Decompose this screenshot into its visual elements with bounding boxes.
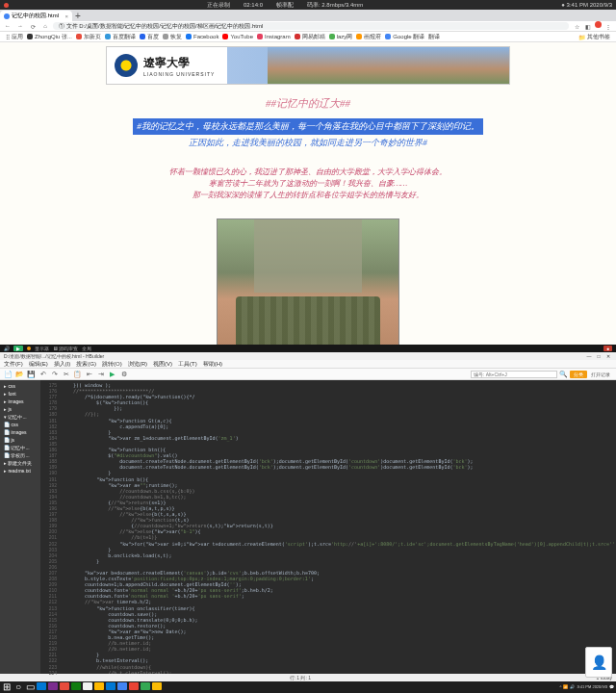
bookmark-item[interactable]: 画报府 xyxy=(356,33,381,41)
tab-title: 记忆中的校园.html xyxy=(12,12,59,20)
indent-right-icon[interactable]: ⇥ xyxy=(96,370,105,378)
network-icon[interactable]: 📶 xyxy=(563,684,568,689)
browser-tab-strip: 记忆中的校园.html × + xyxy=(0,10,616,21)
tree-item[interactable]: ▸ readme.txt xyxy=(2,467,38,475)
extension-icon[interactable]: ◧ xyxy=(583,21,593,31)
university-name-cn: 遼寧大學 xyxy=(143,55,215,71)
new-tab-button[interactable]: + xyxy=(72,11,84,21)
start-button[interactable]: ⊞ xyxy=(2,682,12,690)
audio-icon[interactable]: 🔊 xyxy=(4,346,10,351)
category-button[interactable]: 分类 xyxy=(570,371,587,378)
tree-item[interactable]: 📄 记忆中... xyxy=(2,444,38,451)
settings-icon[interactable]: ⚙ xyxy=(119,370,128,378)
university-name-en: LIAONING UNIVERSITY xyxy=(143,71,215,77)
search-input[interactable] xyxy=(471,371,557,378)
taskbar-app[interactable] xyxy=(141,682,150,690)
taskbar-app[interactable] xyxy=(152,682,162,690)
play-icon[interactable]: ▶ xyxy=(108,370,116,378)
search-icon[interactable]: 🔍 xyxy=(559,370,568,378)
menu-view[interactable]: 视图(V) xyxy=(153,360,172,369)
bookmark-item[interactable]: YouTube xyxy=(222,34,253,39)
apps-button[interactable]: ⠿ 应用 xyxy=(6,33,23,41)
taskbar-app[interactable] xyxy=(83,682,92,690)
university-banner: 遼寧大學 LIAONING UNIVERSITY xyxy=(106,46,510,85)
bookmark-item[interactable]: Instagram xyxy=(257,34,291,39)
menu-tools[interactable]: 工具(T) xyxy=(178,360,197,369)
cut-icon[interactable]: ✂ xyxy=(62,370,70,378)
bookmark-item[interactable]: 百度 xyxy=(140,33,159,41)
search-taskbar-icon[interactable]: ○ xyxy=(13,682,23,690)
tree-item[interactable]: ▸ css xyxy=(2,382,38,390)
home-button[interactable]: ⌂ xyxy=(40,21,50,31)
menu-search[interactable]: 搜索(G) xyxy=(76,360,96,369)
bookmark-item[interactable]: 百度翻译 xyxy=(105,33,136,41)
close-button[interactable]: ✕ xyxy=(604,353,612,359)
close-tab-icon[interactable]: × xyxy=(64,13,68,19)
save-icon[interactable]: 💾 xyxy=(27,370,36,378)
reload-button[interactable]: ⟳ xyxy=(28,21,38,31)
back-button[interactable]: ← xyxy=(3,21,13,31)
maximize-button[interactable]: □ xyxy=(595,353,603,359)
bookmark-item[interactable]: 加新页 xyxy=(76,33,101,41)
run-button[interactable]: ▶ xyxy=(13,346,23,351)
taskbar-app[interactable] xyxy=(71,682,81,690)
stop-button[interactable]: ● xyxy=(603,346,612,351)
profile-avatar-icon[interactable] xyxy=(595,21,602,28)
taskbar-app[interactable] xyxy=(60,682,69,690)
menu-icon[interactable]: ⋮ xyxy=(603,21,613,31)
taskbar-app[interactable] xyxy=(129,682,139,690)
bookmark-item[interactable]: lazy网 xyxy=(329,33,353,41)
open-history-button[interactable]: 打开记录 xyxy=(589,372,612,377)
tray-chevron-icon[interactable]: ^ xyxy=(560,684,562,689)
tree-item[interactable]: 📄 js xyxy=(2,436,38,444)
menu-goto[interactable]: 跳转(O) xyxy=(102,360,122,369)
task-view-icon[interactable]: ▭ xyxy=(25,682,35,690)
menu-edit[interactable]: 编辑(E) xyxy=(29,360,48,369)
bookmark-item[interactable]: Facebook xyxy=(186,34,218,39)
indent-left-icon[interactable]: ⇤ xyxy=(85,370,93,378)
taskbar-app[interactable] xyxy=(94,682,104,690)
tree-item[interactable]: ▸ 新建文件夹 xyxy=(2,459,38,467)
star-icon[interactable]: ☆ xyxy=(572,21,581,31)
forward-button[interactable]: → xyxy=(15,21,25,31)
paste-icon[interactable]: 📋 xyxy=(73,370,82,378)
notification-icon[interactable]: 💬 xyxy=(609,684,614,689)
menu-insert[interactable]: 插入(I) xyxy=(54,360,71,369)
tree-item[interactable]: ▸ js xyxy=(2,405,38,413)
taskbar-app[interactable] xyxy=(106,682,116,690)
tree-item[interactable]: 📄 学校历... xyxy=(2,451,38,459)
taskbar-app[interactable] xyxy=(37,682,46,690)
other-bookmarks[interactable]: 📁 其他书签 xyxy=(578,33,610,41)
minimize-button[interactable]: — xyxy=(585,353,593,359)
bookmark-item[interactable]: 恢复 xyxy=(163,33,182,41)
tree-item[interactable]: 📄 images xyxy=(2,428,38,436)
taskbar-app[interactable] xyxy=(48,682,58,690)
file-explorer[interactable]: ▸ css▸ font▸ images▸ js▾ 记忆中... 📄 css 📄 … xyxy=(0,380,40,674)
bookmark-item[interactable]: 翻译 xyxy=(428,33,440,41)
tree-item[interactable]: ▸ images xyxy=(2,398,38,405)
hbuilder-menubar: 文件(F) 编辑(E) 插入(I) 搜索(G) 跳转(O) 浏览(R) 视图(V… xyxy=(0,360,616,369)
new-file-icon[interactable]: 📄 xyxy=(4,370,13,378)
tree-item[interactable]: 📄 css xyxy=(2,421,38,428)
system-tray[interactable]: ^ 📶 🔊 3:41 PM 2020/9/3 💬 xyxy=(560,684,615,689)
menu-browse[interactable]: 浏览(R) xyxy=(128,360,147,369)
record-indicator-icon xyxy=(4,3,9,8)
taskbar-app[interactable] xyxy=(117,682,127,690)
open-icon[interactable]: 📂 xyxy=(15,370,24,378)
menu-help[interactable]: 帮助(H) xyxy=(203,360,222,369)
code-editor[interactable]: })( window ); //************************… xyxy=(60,380,616,674)
browser-tab[interactable]: 记忆中的校园.html × xyxy=(0,11,72,21)
tree-item[interactable]: ▸ font xyxy=(2,390,38,398)
rec-clock: ● 3:41 PM 2020/9/3 xyxy=(561,2,612,8)
menu-file[interactable]: 文件(F) xyxy=(4,360,23,369)
assistant-widget[interactable]: 👤 xyxy=(585,647,612,678)
volume-icon[interactable]: 🔊 xyxy=(570,684,575,689)
bookmark-item[interactable]: Google 翻译 xyxy=(385,33,424,41)
bookmark-item[interactable]: 网易邮箱 xyxy=(295,33,325,41)
tree-item[interactable]: ▾ 记忆中... xyxy=(2,413,38,421)
address-input[interactable]: ① 文件 D:/桌面/数据智能/记忆中的校园/记忆中的校园/梯区画/记忆中的校园… xyxy=(53,22,569,30)
undo-icon[interactable]: ↶ xyxy=(38,370,47,378)
clock[interactable]: 3:41 PM 2020/9/3 xyxy=(577,684,607,689)
bookmark-item[interactable]: ZhongQiu 张... xyxy=(27,33,72,41)
redo-icon[interactable]: ↷ xyxy=(50,370,59,378)
